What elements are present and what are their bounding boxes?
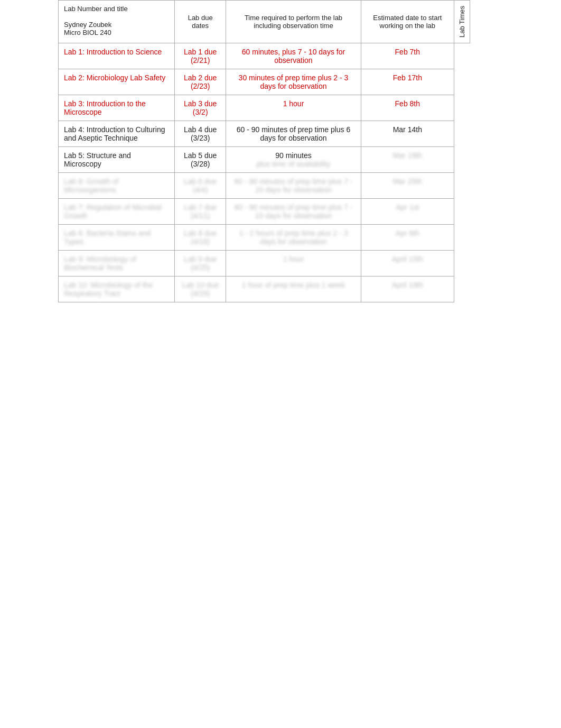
lab-start: Mar 25th xyxy=(361,172,454,198)
lab-time: 1 hour of prep time plus 1 week xyxy=(226,276,361,302)
lab-name: Lab 1: Introduction to Science xyxy=(59,43,175,69)
lab-time: 60 - 90 minutes of prep time plus 7 - 10… xyxy=(226,172,361,198)
lab-time: 1 - 2 hours of prep time plus 2 - 3 days… xyxy=(226,224,361,250)
lab-due: Lab 7 due (4/11) xyxy=(175,198,226,224)
lab-due: Lab 3 due (3/2) xyxy=(175,95,226,121)
col4-header: Estimated date to start working on the l… xyxy=(361,1,454,43)
lab-start: April 19th xyxy=(361,276,454,302)
lab-time: 1 hour xyxy=(226,250,361,276)
col2-header: Lab due dates xyxy=(175,1,226,43)
lab-start: Feb 7th xyxy=(361,43,454,69)
lab-name: Lab 6: Growth of Microorganisms xyxy=(59,172,175,198)
lab-name: Lab 3: Introduction to the Microscope xyxy=(59,95,175,121)
col1-header: Lab Number and title xyxy=(64,5,169,13)
lab-due: Lab 1 due (2/21) xyxy=(175,43,226,69)
lab-due: Lab 10 due (4/29) xyxy=(175,276,226,302)
lab-time: 60 - 90 minutes of prep time plus 6 days… xyxy=(226,121,361,146)
lab-start: Mar 19th xyxy=(361,146,454,172)
lab-due: Lab 4 due (3/23) xyxy=(175,121,226,146)
lab-start: April 15th xyxy=(361,250,454,276)
lab-times-label: Lab Times xyxy=(454,1,470,43)
lab-start: Apr 8th xyxy=(361,224,454,250)
lab-due: Lab 8 due (4/18) xyxy=(175,224,226,250)
lab-name: Lab 10: Microbiology of the Respiratory … xyxy=(59,276,175,302)
lab-start: Apr 1st xyxy=(361,198,454,224)
student-course: Micro BIOL 240 xyxy=(64,29,169,36)
lab-time: 1 hour xyxy=(226,95,361,121)
lab-start: Feb 8th xyxy=(361,95,454,121)
lab-start: Mar 14th xyxy=(361,121,454,146)
lab-due: Lab 6 due (4/4) xyxy=(175,172,226,198)
lab-time: 30 minutes of prep time plus 2 - 3 days … xyxy=(226,69,361,95)
col3-header: Time required to perform the lab includi… xyxy=(226,1,361,43)
lab-due: Lab 9 due (4/25) xyxy=(175,250,226,276)
lab-due: Lab 5 due (3/28) xyxy=(175,146,226,172)
lab-name: Lab 5: Structure and Microscopy xyxy=(59,146,175,172)
lab-time: 60 - 90 minutes of prep time plus 7 - 10… xyxy=(226,198,361,224)
lab-name: Lab 7: Regulation of Microbial Growth xyxy=(59,198,175,224)
lab-name: Lab 9: Microbiology of Biochemical Tests xyxy=(59,250,175,276)
lab-time: 60 minutes, plus 7 - 10 days for observa… xyxy=(226,43,361,69)
student-name: Sydney Zoubek xyxy=(64,21,169,29)
lab-name: Lab 8: Bacteria Stains and Types xyxy=(59,224,175,250)
lab-due: Lab 2 due (2/23) xyxy=(175,69,226,95)
lab-start: Feb 17th xyxy=(361,69,454,95)
lab-time: 90 minutesplus time of availability xyxy=(226,146,361,172)
lab-name: Lab 2: Microbiology Lab Safety xyxy=(59,69,175,95)
lab-name: Lab 4: Introduction to Culturing and Ase… xyxy=(59,121,175,146)
